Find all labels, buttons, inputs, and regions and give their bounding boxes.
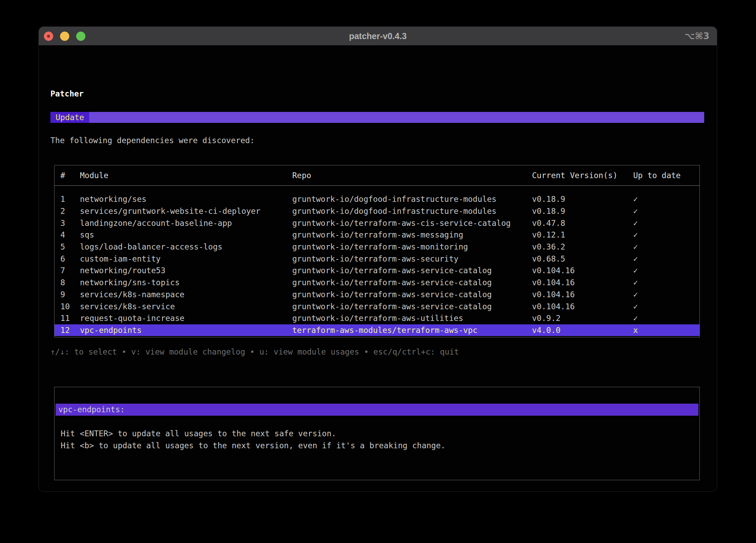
terminal-window: patcher-v0.4.3 ⌥⌘3 Patcher Update The fo…	[39, 27, 717, 492]
row-up-to-date: ✓	[633, 219, 699, 228]
table-row[interactable]: 8networking/sns-topicsgruntwork-io/terra…	[55, 277, 699, 289]
row-repo: gruntwork-io/terraform-aws-security	[292, 254, 532, 263]
row-repo: gruntwork-io/terraform-aws-messaging	[292, 230, 532, 239]
row-module: custom-iam-entity	[80, 254, 292, 263]
traffic-lights	[39, 32, 85, 41]
header-number: #	[60, 171, 80, 180]
row-version: v0.68.5	[532, 254, 633, 263]
row-number: 7	[60, 266, 80, 275]
row-module: networking/sns-topics	[80, 278, 292, 287]
row-version: v4.0.0	[532, 326, 633, 335]
table-body: 1networking/sesgruntwork-io/dogfood-infr…	[55, 186, 699, 337]
table-row[interactable]: 2services/gruntwork-website-ci-deployerg…	[55, 205, 699, 217]
keybindings-help: ↑/↓: to select • v: view module changelo…	[50, 347, 459, 356]
row-repo: gruntwork-io/terraform-aws-monitoring	[292, 242, 532, 251]
table-row[interactable]: 11request-quota-increasegruntwork-io/ter…	[55, 312, 699, 324]
row-up-to-date: ✓	[633, 290, 699, 299]
row-up-to-date: x	[633, 326, 699, 335]
row-repo: gruntwork-io/terraform-aws-utilities	[292, 314, 532, 323]
minimize-button[interactable]	[60, 32, 69, 41]
row-repo: gruntwork-io/dogfood-infrastructure-modu…	[292, 195, 532, 204]
table-row[interactable]: 4sqsgruntwork-io/terraform-aws-messaging…	[55, 229, 699, 241]
row-version: v0.47.8	[532, 219, 633, 228]
detail-instructions: Hit <ENTER> to update all usages to the …	[55, 428, 699, 452]
row-module: landingzone/account-baseline-app	[80, 219, 292, 228]
row-repo: gruntwork-io/dogfood-infrastructure-modu…	[292, 207, 532, 216]
row-version: v0.9.2	[532, 314, 633, 323]
page-title: Patcher	[50, 89, 84, 98]
zoom-button[interactable]	[76, 32, 85, 41]
row-up-to-date: ✓	[633, 207, 699, 216]
detail-instruction-enter: Hit <ENTER> to update all usages to the …	[61, 428, 699, 440]
table-header-row: # Module Repo Current Version(s) Up to d…	[55, 165, 699, 186]
row-repo: gruntwork-io/terraform-aws-cis-service-c…	[292, 219, 532, 228]
row-module: request-quota-increase	[80, 314, 292, 323]
row-version: v0.18.9	[532, 195, 633, 204]
row-version: v0.36.2	[532, 242, 633, 251]
terminal-content: Patcher Update The following dependencie…	[39, 45, 717, 492]
row-version: v0.104.16	[532, 266, 633, 275]
row-version: v0.104.16	[532, 278, 633, 287]
row-module: services/k8s-service	[80, 302, 292, 311]
tab-update[interactable]: Update	[50, 112, 89, 123]
table-row[interactable]: 1networking/sesgruntwork-io/dogfood-infr…	[55, 193, 699, 205]
table-row[interactable]: 5logs/load-balancer-access-logsgruntwork…	[55, 241, 699, 253]
row-repo: gruntwork-io/terraform-aws-service-catal…	[292, 290, 532, 299]
row-module: sqs	[80, 230, 292, 239]
table-row[interactable]: 12vpc-endpointsterraform-aws-modules/ter…	[55, 324, 699, 336]
row-up-to-date: ✓	[633, 242, 699, 251]
module-detail-panel: vpc-endpoints: Hit <ENTER> to update all…	[54, 387, 700, 480]
row-version: v0.104.16	[532, 290, 633, 299]
row-number: 8	[60, 278, 80, 287]
table-row[interactable]: 10services/k8s-servicegruntwork-io/terra…	[55, 300, 699, 312]
row-up-to-date: ✓	[633, 302, 699, 311]
header-module: Module	[80, 171, 292, 180]
table-row[interactable]: 6custom-iam-entitygruntwork-io/terraform…	[55, 253, 699, 265]
table-row[interactable]: 7networking/route53gruntwork-io/terrafor…	[55, 265, 699, 277]
row-repo: gruntwork-io/terraform-aws-service-catal…	[292, 278, 532, 287]
row-number: 9	[60, 290, 80, 299]
selected-module-bar: vpc-endpoints:	[56, 404, 698, 416]
title-bar[interactable]: patcher-v0.4.3 ⌥⌘3	[39, 27, 717, 45]
row-module: networking/route53	[80, 266, 292, 275]
row-repo: terraform-aws-modules/terraform-aws-vpc	[292, 326, 532, 335]
row-module: services/k8s-namespace	[80, 290, 292, 299]
window-shortcut-badge: ⌥⌘3	[685, 27, 709, 45]
row-number: 10	[60, 302, 80, 311]
row-up-to-date: ✓	[633, 254, 699, 263]
row-number: 11	[60, 314, 80, 323]
intro-text: The following dependencies were discover…	[50, 136, 255, 145]
row-up-to-date: ✓	[633, 266, 699, 275]
window-title: patcher-v0.4.3	[39, 31, 717, 41]
row-module: services/gruntwork-website-ci-deployer	[80, 207, 292, 216]
row-number: 4	[60, 230, 80, 239]
row-number: 2	[60, 207, 80, 216]
row-version: v0.12.1	[532, 230, 633, 239]
row-module: logs/load-balancer-access-logs	[80, 242, 292, 251]
table-row[interactable]: 3landingzone/account-baseline-appgruntwo…	[55, 217, 699, 229]
row-up-to-date: ✓	[633, 314, 699, 323]
tab-bar: Update	[50, 112, 704, 123]
row-repo: gruntwork-io/terraform-aws-service-catal…	[292, 266, 532, 275]
row-up-to-date: ✓	[633, 230, 699, 239]
row-up-to-date: ✓	[633, 278, 699, 287]
row-module: vpc-endpoints	[80, 326, 292, 335]
row-module: networking/ses	[80, 195, 292, 204]
detail-instruction-breaking: Hit <b> to update all usages to the next…	[61, 440, 699, 452]
row-number: 12	[60, 326, 80, 335]
row-version: v0.104.16	[532, 302, 633, 311]
row-number: 5	[60, 242, 80, 251]
row-version: v0.18.9	[532, 207, 633, 216]
row-number: 6	[60, 254, 80, 263]
close-button[interactable]	[44, 32, 53, 41]
header-up-to-date: Up to date	[633, 171, 699, 180]
row-number: 3	[60, 219, 80, 228]
table-row[interactable]: 9services/k8s-namespacegruntwork-io/terr…	[55, 289, 699, 301]
row-number: 1	[60, 195, 80, 204]
row-up-to-date: ✓	[633, 195, 699, 204]
header-repo: Repo	[292, 171, 532, 180]
header-version: Current Version(s)	[532, 171, 633, 180]
row-repo: gruntwork-io/terraform-aws-service-catal…	[292, 302, 532, 311]
dependencies-table: # Module Repo Current Version(s) Up to d…	[54, 165, 700, 337]
